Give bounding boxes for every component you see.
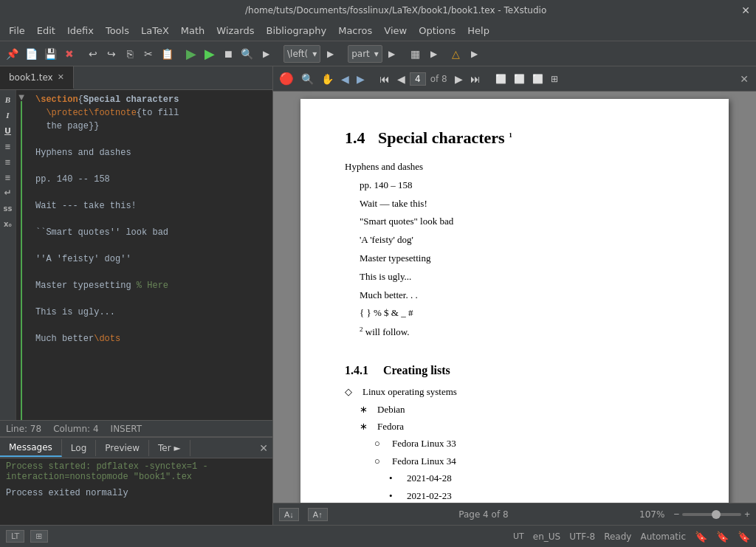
pdf-next-page[interactable]: ▶ [452, 72, 466, 86]
editor-code[interactable]: \section{Special characters \protect\foo… [27, 90, 272, 420]
align-left[interactable]: ≡ [1, 140, 15, 153]
status-icon3[interactable]: 🔖 [738, 531, 750, 543]
left-cmd-dropdown[interactable]: \left( ▾ [284, 45, 320, 63]
toolbar-stop[interactable]: ✖ [61, 44, 78, 63]
bottom-close-button[interactable]: ✕ [255, 442, 272, 454]
toolbar-paste[interactable]: 📋 [158, 44, 176, 63]
code-line: pp. 140 -- 158 [27, 173, 272, 186]
subscript-button[interactable]: x₀ [1, 217, 15, 230]
pdf-pp: pp. 140 – 158 [345, 178, 684, 193]
tab-book1[interactable]: book1.tex ✕ [0, 66, 74, 89]
fold-bar [21, 101, 22, 420]
menu-options[interactable]: Options [413, 23, 461, 38]
line-info: Line: 78 [6, 424, 41, 434]
table-button[interactable]: ⊞ [30, 530, 47, 543]
menu-wizards[interactable]: Wizards [210, 23, 260, 38]
toolbar-cut[interactable]: ✂ [140, 44, 157, 63]
zoom-minus-button[interactable]: − [673, 509, 679, 520]
pdf-section-title: Special characters [378, 128, 505, 147]
tab-preview[interactable]: Preview [96, 440, 149, 456]
menu-idefix[interactable]: Idefix [61, 23, 100, 38]
dropdown-arrow-right: ▾ [374, 49, 379, 59]
ss-button[interactable]: ss [1, 202, 15, 215]
tab-terminal[interactable]: Ter ► [149, 440, 190, 456]
tab-messages[interactable]: Messages [0, 439, 62, 457]
pdf-zoom-in[interactable]: A↑ [308, 508, 328, 521]
statusbar: LT ⊞ UT en_US UTF-8 Ready Automatic 🔖 🔖 … [0, 525, 756, 547]
toolbar-search[interactable]: 🔍 [238, 44, 256, 63]
status-encoding: UTF-8 [569, 531, 595, 542]
tab-close-button[interactable]: ✕ [58, 72, 64, 82]
toolbar-warning[interactable]: △ [447, 44, 465, 63]
pdf-page-color[interactable]: 🔴 [276, 70, 297, 87]
status-icon2[interactable]: 🔖 [716, 531, 729, 543]
pdf-next-arrow[interactable]: ▶ [354, 72, 368, 86]
pdf-subsection-heading: 1.4.1 Creating lists [345, 364, 684, 377]
right-cmd-dropdown[interactable]: part ▾ [348, 45, 382, 63]
tab-log[interactable]: Log [62, 440, 96, 456]
bottom-tab-bar: Messages Log Preview Ter ► ✕ [0, 438, 272, 458]
toolbar-pin[interactable]: 📌 [3, 44, 21, 63]
toolbar: 📌 📄 💾 ✖ ↩ ↪ ⎘ ✂ 📋 ▶ ▶ ⏹ 🔍 ▶ \left( ▾ ▶ p… [0, 41, 756, 66]
pdf-prev-arrow[interactable]: ◀ [338, 72, 352, 86]
pdf-last-page[interactable]: ⏭ [467, 72, 484, 86]
menu-file[interactable]: File [3, 23, 31, 38]
pdf-page: 1.4 Special characters 1 Hyphens and das… [300, 99, 729, 503]
pdf-first-page[interactable]: ⏮ [377, 72, 393, 86]
newline-button[interactable]: ↵ [1, 186, 15, 199]
file-type-button[interactable]: LT [6, 530, 24, 543]
toolbar-redo[interactable]: ↪ [103, 44, 120, 63]
menu-edit[interactable]: Edit [31, 23, 61, 38]
toolbar-nav-right[interactable]: ▶ [383, 44, 401, 63]
zoom-plus-button[interactable]: + [744, 509, 750, 520]
close-button[interactable]: ✕ [741, 4, 750, 16]
toolbar-structure2[interactable]: ▶ [425, 44, 443, 63]
menu-help[interactable]: Help [461, 23, 495, 38]
code-line: \section{Special characters [27, 93, 272, 106]
toolbar-run[interactable]: ▶ [201, 44, 219, 63]
pdf-hand[interactable]: ✋ [318, 72, 337, 86]
fold-arrow[interactable]: ▼ [18, 93, 24, 101]
bullet-circle-1: ○ [374, 435, 386, 452]
pdf-fit-height[interactable]: ⬜ [529, 72, 546, 86]
underline-button[interactable]: U [1, 124, 15, 137]
toolbar-structure1[interactable]: ▦ [407, 44, 425, 63]
pdf-fit-width[interactable]: ⬜ [511, 72, 528, 86]
align-right[interactable]: ≡ [1, 171, 15, 184]
toolbar-undo[interactable]: ↩ [84, 44, 102, 63]
toolbar-stop2[interactable]: ⏹ [219, 44, 237, 63]
toolbar-end[interactable]: ▶ [466, 44, 484, 63]
pdf-fit-page[interactable]: ⬜ [492, 72, 509, 86]
italic-button[interactable]: I [1, 109, 15, 122]
pdf-close-button[interactable]: ✕ [735, 73, 753, 85]
menu-math[interactable]: Math [175, 23, 211, 38]
toolbar-save[interactable]: 💾 [41, 44, 60, 63]
list-item-fedora33: ○ Fedora Linux 33 [345, 435, 684, 452]
toolbar-copy[interactable]: ⎘ [121, 44, 139, 63]
page-number-input[interactable]: 4 [410, 72, 426, 86]
status-icon1[interactable]: 🔖 [695, 531, 707, 543]
menu-macros[interactable]: Macros [332, 23, 378, 38]
menu-bibliography[interactable]: Bibliography [260, 23, 332, 38]
pdf-prev-page[interactable]: ◀ [394, 72, 408, 86]
toolbar-play-small[interactable]: ▶ [257, 44, 275, 63]
pdf-search[interactable]: 🔍 [298, 72, 317, 86]
code-line: Much better\dots [27, 332, 272, 345]
tab-label: book1.tex [9, 72, 53, 83]
pdf-zoom-out[interactable]: A↓ [279, 508, 299, 521]
zoom-slider[interactable] [682, 513, 741, 516]
format-gutter: B I U ≡ ≡ ≡ ↵ ss x₀ [0, 90, 16, 420]
bold-button[interactable]: B [1, 93, 15, 106]
dropdown-arrow-left: ▾ [312, 49, 317, 59]
menu-tools[interactable]: Tools [100, 23, 135, 38]
toolbar-compile-run[interactable]: ▶ [182, 44, 200, 63]
pdf-grid-view[interactable]: ⊞ [548, 72, 561, 86]
pdf-feisty: 'A 'feisty' dog' [345, 233, 684, 248]
toolbar-arrow-right[interactable]: ▶ [321, 44, 339, 63]
menu-latex[interactable]: LaTeX [135, 23, 175, 38]
menu-view[interactable]: View [378, 23, 413, 38]
align-center[interactable]: ≡ [1, 155, 15, 168]
bullet-asterisk-1: ∗ [360, 401, 371, 418]
toolbar-new[interactable]: 📄 [22, 44, 41, 63]
pdf-hyphens: Hyphens and dashes [345, 159, 684, 175]
